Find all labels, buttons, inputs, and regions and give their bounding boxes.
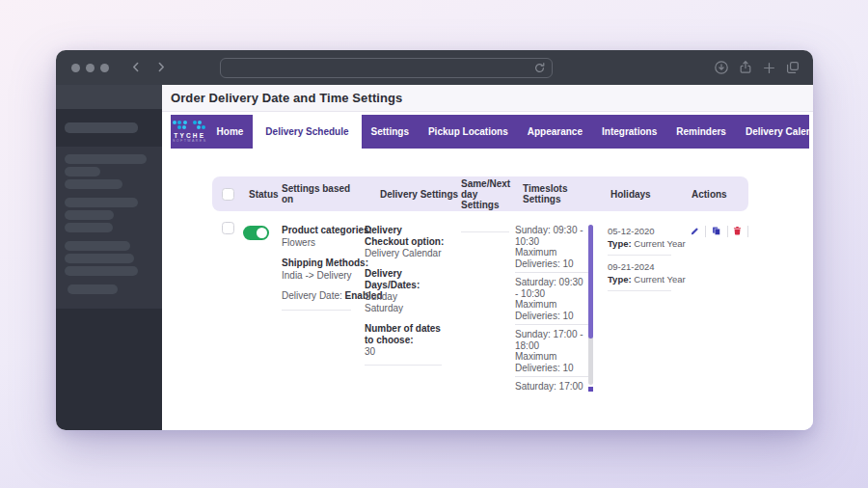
page-title-bar: Order Delivery Date and Time Settings [162,85,813,112]
header-same-next-day: Same/Next day Settings [461,178,515,210]
divider [365,365,442,366]
timeslots-scrollbar-end [588,387,593,392]
timeslot-range: Sunday: 17:00 - 18:00 [515,329,588,351]
app-navbar: TYCHE SOFTWARES Home Delivery Schedule S… [171,115,809,149]
sidebar [56,85,162,430]
tab-overview-icon[interactable] [785,60,800,75]
delivery-schedule-table: Status Settings based on Delivery Settin… [212,176,748,393]
holidays-cell: 05-12-2020 Type: Current Year 09-21-2024… [608,220,689,296]
setting-value: Sunday [365,291,446,303]
maximize-window-button[interactable] [100,64,109,72]
timeslots-cell: Sunday: 09:30 - 10:30 Maximum Deliveries… [515,220,608,393]
table-header: Status Settings based on Delivery Settin… [212,176,748,211]
setting-value: India -> Delivery [282,270,365,283]
tab-home[interactable]: Home [207,115,254,149]
sidebar-skeleton-bar [65,241,130,251]
sidebar-skeleton-bar [68,285,118,294]
timeslot-entry: Sunday: 17:00 - 18:00 Maximum Deliveries… [515,329,588,377]
logo-subtitle: SOFTWARES [173,139,207,143]
divider [747,226,748,237]
delete-icon[interactable] [733,225,742,237]
forward-icon[interactable] [154,60,168,74]
download-icon[interactable] [714,60,729,75]
header-actions: Actions [689,189,748,200]
logo-dots-icon [173,121,206,131]
header-status: Status [243,189,282,200]
divider [705,226,706,237]
holiday-type-value: Current Year [634,274,685,285]
holiday-date: 09-21-2024 [608,260,671,273]
toggle-knob [257,228,267,238]
sidebar-skeleton-bar [65,154,147,164]
setting-value: Delivery Calendar [365,248,446,259]
address-bar[interactable] [220,58,553,78]
tab-settings[interactable]: Settings [362,115,419,149]
new-tab-icon[interactable] [762,61,776,75]
settings-based-on-cell: Product categories: Flowers Shipping Met… [282,220,365,311]
select-all-checkbox[interactable] [222,188,234,201]
sidebar-skeleton-bar [65,254,134,263]
timeslot-range: Saturday: 09:30 - 10:30 [515,277,588,299]
header-delivery-settings: Delivery Settings [365,189,461,200]
divider [282,310,351,311]
logo-name: TYCHE [174,132,205,139]
tab-integrations[interactable]: Integrations [592,115,666,149]
tab-delivery-calendar[interactable]: Delivery Calendar [736,115,813,149]
header-timeslots: Timeslots Settings [515,183,608,204]
sidebar-skeleton-bar [65,179,122,189]
timeslot-entry: Sunday: 09:30 - 10:30 Maximum Deliveries… [515,225,588,273]
share-icon[interactable] [738,60,753,75]
setting-label: Number of dates to choose: [365,323,446,346]
tab-pickup-locations[interactable]: Pickup Locations [419,115,518,149]
minimize-window-button[interactable] [86,64,95,72]
holiday-type-label: Type: [608,274,632,285]
sidebar-header [56,85,162,109]
setting-value: Saturday [365,303,446,314]
timeslots-scrollbar-thumb[interactable] [588,225,593,339]
sidebar-skeleton-bar [65,210,114,220]
close-window-button[interactable] [71,64,80,72]
same-next-day-cell [461,220,515,232]
sidebar-skeleton-bar [65,122,138,133]
table-row: Product categories: Flowers Shipping Met… [212,220,748,393]
timeslot-range: Saturday: 17:00 - [515,381,588,393]
timeslot-entry: Saturday: 09:30 - 10:30 Maximum Deliveri… [515,277,588,325]
sidebar-footer [56,309,162,430]
divider [727,226,728,237]
copy-icon[interactable] [712,225,721,237]
divider [461,231,509,232]
sidebar-skeleton-bar [65,167,100,176]
timeslot-max: Maximum Deliveries: 10 [515,299,588,321]
holiday-date: 05-12-2020 [608,225,671,237]
timeslot-entry: Saturday: 17:00 - [515,381,588,393]
sidebar-menu [56,147,162,309]
page-title: Order Delivery Date and Time Settings [171,91,402,105]
setting-label: Delivery Checkout option: [365,225,446,248]
tab-reminders[interactable]: Reminders [666,115,736,149]
setting-label: Delivery Date: [282,290,342,301]
tab-appearance[interactable]: Appearance [518,115,592,149]
browser-chrome [56,50,813,85]
timeslots-scrollbar-track[interactable] [588,225,593,385]
sidebar-skeleton-bar [65,266,138,276]
refresh-icon[interactable] [533,62,546,74]
nav-tabs: Home Delivery Schedule Settings Pickup L… [207,115,813,149]
edit-icon[interactable] [691,225,699,237]
header-settings-based-on: Settings based on [282,183,365,204]
tyche-logo[interactable]: TYCHE SOFTWARES [171,115,207,149]
status-toggle[interactable] [243,226,269,240]
row-checkbox[interactable] [222,222,234,234]
back-icon[interactable] [129,60,143,74]
actions-cell [689,220,748,237]
timeslots-scroll-area[interactable]: Sunday: 09:30 - 10:30 Maximum Deliveries… [515,225,588,393]
holiday-type-label: Type: [608,238,632,249]
timeslot-max: Maximum Deliveries: 10 [515,247,588,269]
setting-label: Shipping Methods: [282,258,365,270]
setting-value: Flowers [282,237,365,250]
timeslot-range: Sunday: 09:30 - 10:30 [515,225,588,247]
setting-label: Product categories: [282,225,365,237]
browser-window: Order Delivery Date and Time Settings TY… [56,50,813,430]
tab-delivery-schedule[interactable]: Delivery Schedule [253,115,361,149]
sidebar-skeleton-bar [65,223,113,232]
holiday-entry: 05-12-2020 Type: Current Year [608,225,671,256]
